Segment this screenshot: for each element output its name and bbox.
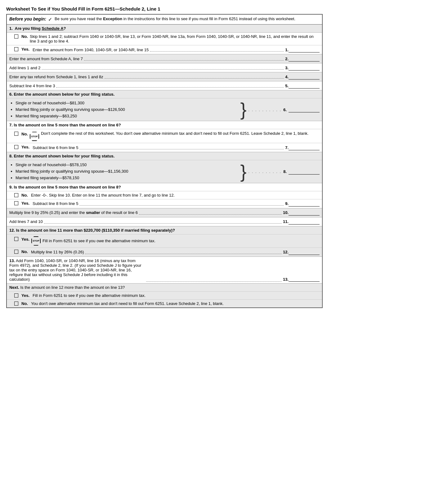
q1-label: 1. Are you filing Schedule A? bbox=[9, 26, 66, 31]
before-begin-label: Before you begin: bbox=[9, 16, 46, 21]
q9-yes-label: Yes. bbox=[21, 201, 29, 206]
q12-input[interactable] bbox=[289, 249, 320, 255]
checkmark-icon: ✓ bbox=[48, 16, 52, 22]
q2-text: Enter the amount from Schedule A, line 7 bbox=[9, 57, 83, 61]
q6-bullet3: Married filing separately—$63,250 bbox=[16, 113, 238, 120]
q8-label: 8. Enter the amount shown below for your… bbox=[9, 154, 114, 158]
q12-dots bbox=[85, 250, 281, 254]
q3-line-num: 3. bbox=[285, 66, 289, 70]
q12-yes-row: Yes. STOP Fill in Form 6251 to see if yo… bbox=[7, 234, 322, 248]
q2-row: Enter the amount from Schedule A, line 7… bbox=[7, 54, 322, 63]
q1-yes-checkbox[interactable] bbox=[14, 47, 18, 51]
next-no-checkbox[interactable] bbox=[14, 302, 18, 306]
next-no-label: No. bbox=[21, 301, 28, 306]
q3-text: Add lines 1 and 2 bbox=[9, 66, 40, 70]
q2-dots bbox=[84, 57, 284, 61]
q1-no-text: Skip lines 1 and 2; subtract Form 1040 o… bbox=[27, 34, 320, 43]
q6-content: Single or head of household—$81,300 Marr… bbox=[7, 98, 322, 121]
q2-input[interactable] bbox=[289, 56, 320, 61]
page-title: Worksheet To See if You Should Fill in F… bbox=[6, 6, 442, 11]
q5-input[interactable] bbox=[289, 83, 320, 89]
q11-input[interactable] bbox=[289, 219, 320, 225]
q10-dots bbox=[139, 211, 282, 215]
q13-text: 13. Add Form 1040, 1040-SR, or 1040-NR, … bbox=[9, 258, 145, 282]
next-no-row: No. You don't owe alternative minimum ta… bbox=[7, 300, 322, 307]
q1-dots bbox=[150, 48, 284, 52]
q13-row: 13. Add Form 1040, 1040-SR, or 1040-NR, … bbox=[7, 257, 322, 284]
q7-input[interactable] bbox=[289, 145, 320, 150]
brace-right-icon: } bbox=[240, 100, 246, 119]
q6-bullet1: Single or head of household—$81,300 bbox=[16, 100, 238, 107]
q7-yes-text: Subtract line 6 from line 5 bbox=[33, 145, 78, 150]
q4-input[interactable] bbox=[289, 74, 320, 80]
q1-no-checkbox[interactable] bbox=[14, 34, 18, 39]
q7-header: 7. Is the amount on line 5 more than the… bbox=[7, 121, 322, 129]
q1-line-num: 1. bbox=[285, 48, 289, 52]
next-yes-label: Yes. bbox=[21, 293, 29, 298]
q6-input[interactable] bbox=[289, 107, 320, 112]
q8-line-num: 8. bbox=[283, 169, 287, 174]
q6-line-num: 6. bbox=[283, 107, 287, 112]
q4-dots bbox=[105, 75, 284, 79]
q1-yes-row: Yes. Enter the amount from Form 1040, 10… bbox=[7, 45, 322, 54]
q6-header: 6. Enter the amount shown below for your… bbox=[7, 90, 322, 98]
q7-label: 7. Is the amount on line 5 more than the… bbox=[9, 123, 121, 127]
stop-sign-icon-12: STOP bbox=[31, 236, 41, 246]
q9-no-label: No. bbox=[21, 193, 28, 198]
stop-sign-icon: STOP bbox=[30, 132, 39, 141]
q7-no-row: No. STOP Don't complete the rest of this… bbox=[7, 129, 322, 143]
q1-no-row: No. Skip lines 1 and 2; subtract Form 10… bbox=[7, 33, 322, 45]
q3-row: Add lines 1 and 2 3. bbox=[7, 63, 322, 72]
q10-input[interactable] bbox=[289, 210, 320, 216]
q8-header: 8. Enter the amount shown below for your… bbox=[7, 152, 322, 160]
next-yes-row: Yes. Fill in Form 6251 to see if you owe… bbox=[7, 292, 322, 300]
q1-header: 1. Are you filing Schedule A? bbox=[7, 25, 322, 33]
q12-header: 12. Is the amount on line 11 more than $… bbox=[7, 226, 322, 234]
q8-bullet2: Married filing jointly or qualifying sur… bbox=[16, 168, 238, 175]
q7-no-checkbox[interactable] bbox=[14, 132, 18, 136]
q12-yes-checkbox[interactable] bbox=[14, 237, 18, 241]
q7-yes-content: Subtract line 6 from line 5 7. bbox=[33, 145, 320, 150]
q12-yes-content: STOP Fill in Form 6251 to see if you owe… bbox=[29, 236, 155, 246]
q11-text: Add lines 7 and 10 bbox=[9, 219, 43, 224]
brace-right-icon-8: } bbox=[240, 162, 246, 181]
q13-dots bbox=[146, 278, 282, 282]
q10-row: Multiply line 9 by 25% (0.25) and enter … bbox=[7, 208, 322, 217]
next-yes-checkbox[interactable] bbox=[14, 293, 18, 298]
q7-yes-checkbox[interactable] bbox=[14, 145, 18, 149]
q9-header: 9. Is the amount on line 5 more than the… bbox=[7, 183, 322, 191]
next-label: Next. bbox=[9, 285, 19, 290]
q10-text: Multiply line 9 by 25% (0.25) and enter … bbox=[9, 210, 138, 215]
q13-line-num: 13. bbox=[283, 277, 289, 282]
q8-bullet1: Single or head of household—$578,150 bbox=[16, 162, 238, 168]
q8-input[interactable] bbox=[289, 169, 320, 175]
q5-line-num: 5. bbox=[285, 84, 289, 88]
q9-no-checkbox[interactable] bbox=[14, 193, 18, 197]
q1-yes-label: Yes. bbox=[21, 47, 29, 52]
q6-label: 6. Enter the amount shown below for your… bbox=[9, 92, 114, 97]
q9-no-text: Enter -0-. Skip line 10. Enter on line 1… bbox=[28, 193, 175, 198]
q7-yes-label: Yes. bbox=[21, 145, 29, 149]
q9-dots bbox=[79, 202, 284, 206]
q7-no-text: Don't complete the rest of this workshee… bbox=[41, 131, 308, 136]
before-begin-text: Be sure you have read the Exception in t… bbox=[55, 16, 295, 21]
q12-line-num: 12. bbox=[283, 250, 289, 254]
q12-no-row: No. Multiply line 11 by 26% (0.26) 12. bbox=[7, 248, 322, 257]
q6-bullet2: Married filing jointly or qualifying sur… bbox=[16, 107, 238, 113]
before-begin-section: Before you begin: ✓ Be sure you have rea… bbox=[7, 15, 322, 25]
q11-line-num: 11. bbox=[283, 219, 289, 224]
q3-input[interactable] bbox=[289, 65, 320, 70]
next-no-text: You don't owe alternative minimum tax an… bbox=[28, 301, 224, 306]
q1-input[interactable] bbox=[289, 47, 320, 52]
q12-no-content: Multiply line 11 by 26% (0.26) 12. bbox=[31, 249, 320, 255]
q4-line-num: 4. bbox=[285, 75, 289, 79]
q8-content: Single or head of household—$578,150 Mar… bbox=[7, 160, 322, 183]
q13-input[interactable] bbox=[289, 276, 320, 282]
q9-yes-checkbox[interactable] bbox=[14, 201, 18, 205]
q9-label: 9. Is the amount on line 5 more than the… bbox=[9, 185, 121, 189]
q9-input[interactable] bbox=[289, 201, 320, 207]
q11-dots bbox=[44, 220, 282, 224]
q9-yes-row: Yes. Subtract line 8 from line 5 9. bbox=[7, 199, 322, 208]
next-header: Next. Is the amount on line 12 more than… bbox=[7, 284, 322, 292]
q12-no-checkbox[interactable] bbox=[14, 250, 18, 254]
